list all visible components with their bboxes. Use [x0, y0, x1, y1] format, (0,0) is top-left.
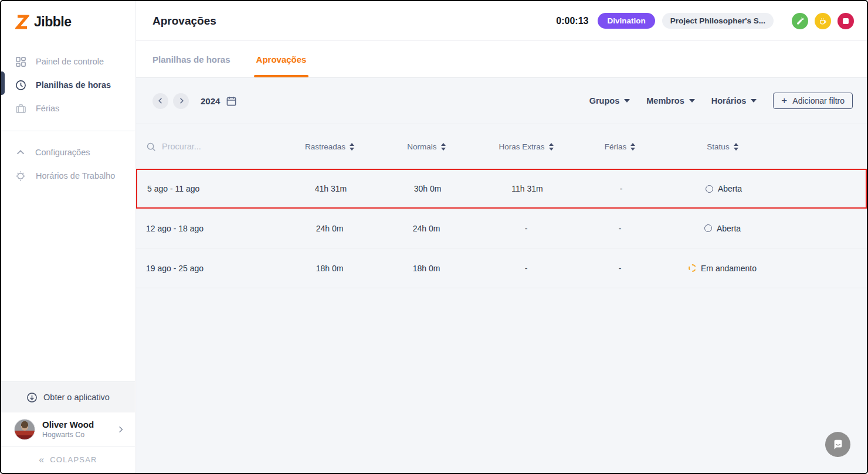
- status-circle-icon: [704, 224, 712, 232]
- column-label: Status: [707, 142, 729, 151]
- calendar-picker-button[interactable]: [226, 96, 237, 107]
- status-label: Aberta: [717, 224, 741, 233]
- stop-icon: [842, 18, 849, 25]
- schedules-filter-dropdown[interactable]: Horários: [711, 96, 757, 105]
- stop-timer-button[interactable]: [838, 13, 854, 29]
- column-label: Horas Extras: [499, 142, 544, 151]
- work-schedules-icon: [15, 170, 26, 182]
- row-status: Aberta: [671, 184, 777, 193]
- clock-icon: [15, 80, 26, 91]
- tab-timesheets[interactable]: Planilhas de horas: [152, 41, 230, 77]
- row-overtime-hours: 11h 31m: [483, 184, 571, 193]
- add-filter-label: Adicionar filtro: [792, 96, 845, 105]
- sidebar: Jibble Painel de controle Planilhas de h…: [1, 1, 135, 473]
- members-filter-dropdown[interactable]: Membros: [646, 96, 694, 105]
- search-icon: [146, 142, 156, 152]
- plus-icon: +: [781, 96, 787, 105]
- row-tracked-hours: 18h 0m: [289, 264, 371, 273]
- coffee-cup-icon: [818, 16, 828, 26]
- row-overtime-hours: -: [482, 224, 570, 233]
- collapse-sidebar-button[interactable]: « COLAPSAR: [1, 446, 135, 473]
- sidebar-spacer: [1, 187, 135, 381]
- toolbar: 2024 Grupos Membros Horários: [136, 78, 867, 124]
- next-period-button[interactable]: [173, 93, 189, 109]
- filter-label: Membros: [646, 96, 684, 105]
- sidebar-item-timeoff[interactable]: Férias: [1, 97, 135, 120]
- tab-approvals[interactable]: Aprovações: [256, 41, 307, 77]
- chat-bubble-icon: [832, 438, 845, 451]
- avatar: [14, 419, 35, 440]
- table-row[interactable]: 5 ago - 11 ago 41h 31m 30h 0m 11h 31m - …: [136, 169, 867, 209]
- sidebar-section-settings[interactable]: Configurações: [1, 141, 135, 164]
- chevron-down-icon: [751, 99, 757, 103]
- sidebar-divider: [1, 131, 135, 131]
- jibble-logo-icon: [15, 14, 29, 30]
- sidebar-item-label: Planilhas de horas: [36, 80, 111, 90]
- switch-activity-button[interactable]: [792, 13, 808, 29]
- search-input[interactable]: [162, 142, 262, 151]
- column-header-overtime[interactable]: Horas Extras: [482, 142, 570, 151]
- active-item-indicator: [0, 71, 5, 95]
- sort-icon: [630, 143, 635, 151]
- filter-label: Horários: [711, 96, 747, 105]
- get-app-button[interactable]: Obter o aplicativo: [1, 381, 135, 412]
- page-title: Aprovações: [152, 15, 216, 28]
- row-regular-hours: 30h 0m: [372, 184, 483, 193]
- table-search: [136, 142, 289, 152]
- sidebar-menu: Painel de controle Planilhas de horas Fé…: [1, 50, 135, 187]
- chat-support-button[interactable]: [825, 432, 850, 457]
- column-header-status[interactable]: Status: [670, 142, 775, 151]
- sidebar-item-timesheets[interactable]: Planilhas de horas: [1, 73, 135, 97]
- column-header-tracked[interactable]: Rastreadas: [289, 142, 371, 151]
- sort-icon: [441, 143, 446, 151]
- sidebar-item-label: Horários de Trabalho: [36, 171, 115, 180]
- table-row[interactable]: 19 ago - 25 ago 18h 0m 18h 0m - - Em and…: [136, 248, 867, 288]
- tab-label: Aprovações: [256, 54, 307, 64]
- chevron-down-icon: [624, 99, 630, 103]
- project-badge[interactable]: Project Philosopher's S...: [662, 13, 774, 29]
- collapse-label: COLAPSAR: [50, 455, 97, 464]
- row-status: Aberta: [670, 224, 775, 233]
- get-app-label: Obter o aplicativo: [43, 393, 110, 402]
- status-circle-icon: [689, 264, 696, 272]
- briefcase-icon: [15, 103, 26, 114]
- add-filter-button[interactable]: + Adicionar filtro: [773, 93, 853, 109]
- column-header-regular[interactable]: Normais: [371, 142, 482, 151]
- break-button[interactable]: [815, 13, 831, 29]
- sort-icon: [549, 143, 554, 151]
- chevron-right-icon: [116, 425, 126, 434]
- row-status: Em andamento: [670, 264, 775, 273]
- profile-menu[interactable]: Oliver Wood Hogwarts Co: [1, 412, 135, 446]
- main-area: Aprovações 0:00:13 Divination Project Ph…: [136, 1, 867, 473]
- tab-label: Planilhas de horas: [152, 54, 230, 64]
- sidebar-item-label: Painel de controle: [36, 57, 104, 66]
- chevron-down-icon: [689, 99, 695, 103]
- sidebar-item-dashboard[interactable]: Painel de controle: [1, 50, 135, 73]
- sort-icon: [350, 143, 354, 151]
- sidebar-item-label: Férias: [36, 104, 59, 113]
- sidebar-item-work-schedules[interactable]: Horários de Trabalho: [1, 164, 135, 187]
- chevron-up-icon: [15, 147, 26, 158]
- double-chevron-left-icon: «: [39, 455, 44, 465]
- row-timeoff-hours: -: [570, 264, 670, 273]
- activity-badge[interactable]: Divination: [598, 13, 655, 29]
- row-period: 19 ago - 25 ago: [136, 264, 289, 273]
- calendar-icon: [226, 96, 237, 107]
- app-logo[interactable]: Jibble: [1, 1, 135, 35]
- column-label: Rastreadas: [305, 142, 345, 151]
- table-body: 5 ago - 11 ago 41h 31m 30h 0m 11h 31m - …: [136, 169, 867, 288]
- row-regular-hours: 24h 0m: [371, 224, 482, 233]
- groups-filter-dropdown[interactable]: Grupos: [589, 96, 630, 105]
- dashboard-icon: [15, 56, 26, 67]
- row-tracked-hours: 41h 31m: [290, 184, 372, 193]
- profile-name: Oliver Wood: [42, 420, 116, 429]
- content-area: 2024 Grupos Membros Horários: [136, 78, 867, 473]
- header-right: 0:00:13 Divination Project Philosopher's…: [556, 13, 854, 29]
- previous-period-button[interactable]: [152, 93, 168, 109]
- column-label: Normais: [407, 142, 436, 151]
- column-header-timeoff[interactable]: Férias: [570, 142, 670, 151]
- top-header: Aprovações 0:00:13 Divination Project Ph…: [136, 1, 867, 41]
- table-row[interactable]: 12 ago - 18 ago 24h 0m 24h 0m - - Aberta: [136, 209, 867, 248]
- toolbar-filters: Grupos Membros Horários + Adicionar filt…: [589, 93, 853, 109]
- status-label: Aberta: [718, 184, 742, 193]
